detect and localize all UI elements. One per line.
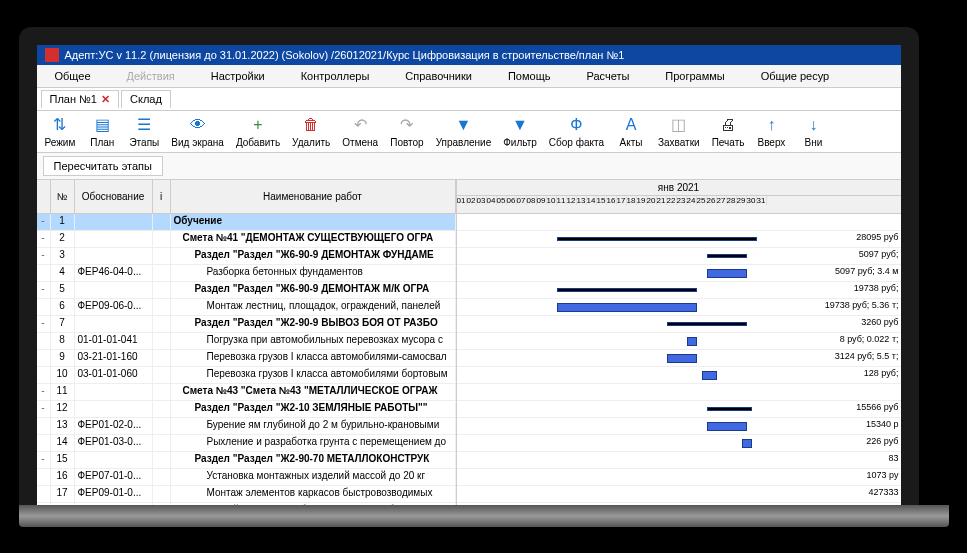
gantt-bar[interactable] [707, 422, 747, 431]
table-row[interactable]: -12Раздел "Раздел "Ж2-10 ЗЕМЛЯНЫЕ РАБОТЫ… [37, 401, 456, 418]
col-i[interactable]: i [153, 180, 171, 213]
down-button[interactable]: ↓Вни [792, 113, 834, 150]
table-row[interactable]: -7Раздел "Раздел "Ж2-90-9 ВЫВОЗ БОЯ ОТ Р… [37, 316, 456, 333]
table-row[interactable]: 801-01-01-041Погрузка при автомобильных … [37, 333, 456, 350]
up-button[interactable]: ↑Вверх [750, 113, 792, 150]
gantt-row[interactable] [457, 384, 901, 401]
gantt-row[interactable]: 28095 руб [457, 231, 901, 248]
table-row[interactable]: -1Обучение [37, 214, 456, 231]
gantt-bar[interactable] [742, 439, 752, 448]
gantt-bar[interactable] [707, 407, 752, 411]
expand-toggle[interactable] [37, 350, 51, 366]
gantt-row[interactable]: 15566 руб [457, 401, 901, 418]
expand-toggle[interactable]: - [37, 384, 51, 400]
redo-button[interactable]: ↷Повтор [384, 113, 429, 150]
captures-button[interactable]: ◫Захватки [652, 113, 706, 150]
col-just[interactable]: Обоснование [75, 180, 153, 213]
menu-item[interactable]: Общее [37, 67, 109, 85]
gantt-row[interactable]: 15340 р [457, 418, 901, 435]
gantt-bar[interactable] [667, 354, 697, 363]
expand-toggle[interactable] [37, 333, 51, 349]
expand-toggle[interactable]: - [37, 214, 51, 230]
view-button[interactable]: 👁Вид экрана [165, 113, 230, 150]
gantt-row[interactable]: 427333 [457, 486, 901, 503]
gantt-row[interactable]: 226 руб [457, 435, 901, 452]
cell-just: 01-01-01-041 [75, 333, 153, 349]
expand-toggle[interactable] [37, 469, 51, 485]
menu-item[interactable]: Справочники [387, 67, 490, 85]
undo-button[interactable]: ↶Отмена [336, 113, 384, 150]
mode-button[interactable]: ⇅Режим [39, 113, 82, 150]
menu-item[interactable]: Помощь [490, 67, 569, 85]
gantt-bar[interactable] [557, 303, 697, 312]
gantt-row[interactable]: 1073 ру [457, 469, 901, 486]
expand-toggle[interactable] [37, 486, 51, 502]
expand-toggle[interactable] [37, 299, 51, 315]
stages-button[interactable]: ☰Этапы [123, 113, 165, 150]
table-row[interactable]: -5Раздел "Раздел "Ж6-90-9 ДЕМОНТАЖ М/К О… [37, 282, 456, 299]
expand-toggle[interactable]: - [37, 248, 51, 264]
gantt-row[interactable] [457, 214, 901, 231]
menu-item[interactable]: Программы [647, 67, 742, 85]
recalc-button[interactable]: Пересчитать этапы [43, 156, 163, 176]
table-row[interactable]: 18ФЕР07-01-0Устройство калиток без устан… [37, 503, 456, 505]
gantt-bar[interactable] [707, 269, 747, 278]
gantt-row[interactable]: 3124 руб; 5.5 т; [457, 350, 901, 367]
menu-item[interactable]: Расчеты [568, 67, 647, 85]
table-row[interactable]: 14ФЕР01-03-0...Рыхление и разработка гру… [37, 435, 456, 452]
gantt-bar[interactable] [687, 337, 697, 346]
table-row[interactable]: 16ФЕР07-01-0...Установка монтажных издел… [37, 469, 456, 486]
table-row[interactable]: 17ФЕР09-01-0...Монтаж элементов каркасов… [37, 486, 456, 503]
expand-toggle[interactable]: - [37, 316, 51, 332]
close-icon[interactable]: ✕ [101, 93, 110, 106]
gantt-bar[interactable] [702, 371, 717, 380]
gantt-row[interactable]: 8 руб; 0.022 т; [457, 333, 901, 350]
expand-toggle[interactable]: - [37, 282, 51, 298]
table-row[interactable]: -2Смета №41 "ДЕМОНТАЖ СУЩЕСТВУЮЩЕГО ОГРА [37, 231, 456, 248]
expand-toggle[interactable] [37, 418, 51, 434]
expand-toggle[interactable] [37, 503, 51, 505]
menu-item[interactable]: Настройки [193, 67, 283, 85]
tab-sklad[interactable]: Склад [121, 90, 171, 108]
add-button[interactable]: +Добавить [230, 113, 286, 150]
gantt-row[interactable]: 19738 руб; 5.36 т; [457, 299, 901, 316]
expand-toggle[interactable]: - [37, 452, 51, 468]
table-row[interactable]: -15Раздел "Раздел "Ж2-90-70 МЕТАЛЛОКОНСТ… [37, 452, 456, 469]
table-row[interactable]: -3Раздел "Раздел "Ж6-90-9 ДЕМОНТАЖ ФУНДА… [37, 248, 456, 265]
delete-button[interactable]: 🗑Удалить [286, 113, 336, 150]
expand-toggle[interactable] [37, 265, 51, 281]
gantt-row[interactable]: 5097 руб; 3.4 м [457, 265, 901, 282]
filter-button[interactable]: ▼Фильтр [497, 113, 543, 150]
print-button[interactable]: 🖨Печать [706, 113, 751, 150]
expand-toggle[interactable] [37, 367, 51, 383]
gantt-row[interactable]: 128 руб; [457, 367, 901, 384]
col-name[interactable]: Наименование работ [171, 180, 456, 213]
gantt-row[interactable]: 19738 руб; [457, 282, 901, 299]
menu-item[interactable]: Контроллеры [283, 67, 388, 85]
table-row[interactable]: -11Смета №43 "Смета №43 "МЕТАЛЛИЧЕСКОЕ О… [37, 384, 456, 401]
table-row[interactable]: 1003-01-01-060Перевозка грузов I класса … [37, 367, 456, 384]
manage-button[interactable]: ▼Управление [430, 113, 498, 150]
expand-toggle[interactable] [37, 435, 51, 451]
plan-button[interactable]: ▤План [81, 113, 123, 150]
collect-button[interactable]: ФСбор факта [543, 113, 610, 150]
menu-item[interactable]: Общие ресур [743, 67, 847, 85]
gantt-row[interactable]: 3305 [457, 503, 901, 505]
gantt-row[interactable]: 3260 руб [457, 316, 901, 333]
acts-button[interactable]: ААкты [610, 113, 652, 150]
expand-toggle[interactable]: - [37, 401, 51, 417]
expand-toggle[interactable]: - [37, 231, 51, 247]
table-row[interactable]: 903-21-01-160Перевозка грузов I класса а… [37, 350, 456, 367]
gantt-bar[interactable] [557, 288, 697, 292]
tab-plan[interactable]: План №1 ✕ [41, 90, 120, 108]
gantt-bar[interactable] [707, 254, 747, 258]
gantt-bar[interactable] [557, 237, 757, 241]
table-row[interactable]: 4ФЕР46-04-0...Разборка бетонных фундамен… [37, 265, 456, 282]
table-row[interactable]: 6ФЕР09-06-0...Монтаж лестниц, площадок, … [37, 299, 456, 316]
col-num[interactable]: № [51, 180, 75, 213]
gantt-row[interactable]: 83 [457, 452, 901, 469]
menu-item[interactable]: Действия [109, 67, 193, 85]
gantt-row[interactable]: 5097 руб; [457, 248, 901, 265]
gantt-bar[interactable] [667, 322, 747, 326]
table-row[interactable]: 13ФЕР01-02-0...Бурение ям глубиной до 2 … [37, 418, 456, 435]
